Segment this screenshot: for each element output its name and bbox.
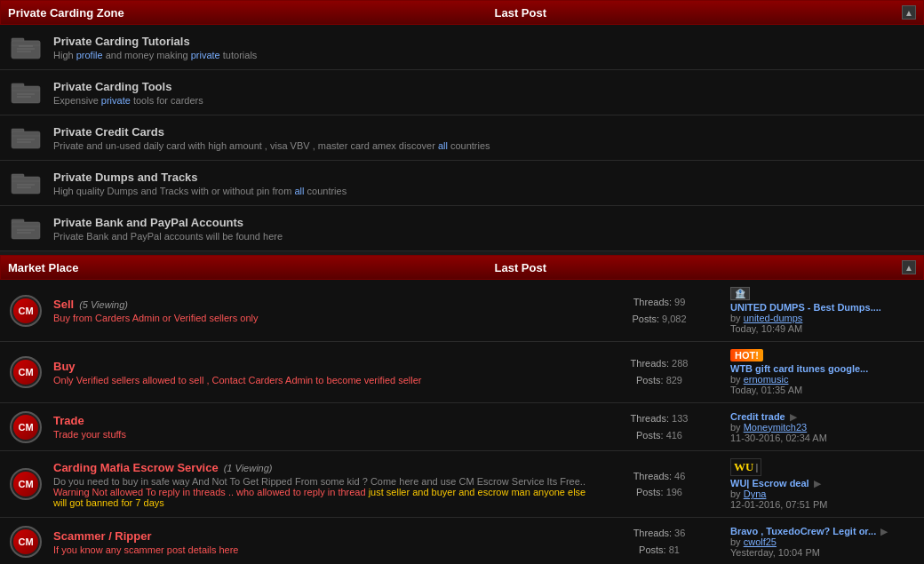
lastpost-link-trade[interactable]: Credit trade ▶	[730, 411, 908, 422]
forum-desc-tools: Expensive private tools for carders	[53, 95, 917, 106]
market-desc-scammer: If you know any scammer post details her…	[53, 544, 597, 555]
forum-info-creditcards: Private Credit Cards Private and un-used…	[53, 125, 917, 151]
market-lastpost-sell: 🏦 UNITED DUMPS - Best Dumps.... by unite…	[721, 287, 917, 334]
forum-desc-dumps: High quality Dumps and Tracks with or wi…	[53, 186, 917, 196]
market-row-trade: CM Trade Trade your stuffs Threads: 133 …	[0, 403, 924, 451]
hot-badge: HOT!	[730, 349, 763, 361]
forum-title-tools[interactable]: Private Carding Tools	[53, 80, 171, 93]
avatar-escrow: CM	[10, 468, 42, 500]
marketplace-title: Market Place	[8, 261, 79, 274]
market-stats-buy: Threads: 288 Posts: 829	[597, 355, 721, 388]
forum-title-creditcards[interactable]: Private Credit Cards	[53, 125, 164, 139]
collapse-btn-1[interactable]: ▲	[902, 5, 916, 20]
market-desc-sell: Buy from Carders Admin or Verified selle…	[53, 313, 597, 323]
market-stats-sell: Threads: 99 Posts: 9,082	[597, 294, 721, 327]
avatar-sell: CM	[10, 295, 42, 327]
market-lastpost-trade: Credit trade ▶ by Moneymitch23 11-30-201…	[721, 411, 917, 443]
forum-info-bank: Private Bank and PayPal Accounts Private…	[53, 216, 917, 242]
lastpost-time-buy: Today, 01:35 AM	[730, 385, 917, 395]
private-carding-zone-header: Private Carding Zone Last Post ▲	[0, 0, 924, 25]
lastpost-user-escrow[interactable]: Dyna	[744, 489, 767, 499]
forum-row-tutorials: Private Carding Tutorials High profile a…	[0, 25, 924, 70]
marketplace-header: Market Place Last Post ▲	[0, 255, 924, 280]
market-title-escrow[interactable]: Carding Mafia Escrow Service	[53, 461, 219, 474]
lastpost-link-scammer[interactable]: Bravo , TuxedoCrew? Legit or... ▶	[730, 526, 908, 536]
forum-desc-tutorials: High profile and money making private tu…	[53, 50, 917, 60]
market-title-trade[interactable]: Trade	[53, 414, 84, 427]
market-info-buy: Buy Only Verified sellers allowed to sel…	[53, 360, 597, 385]
section-title: Private Carding Zone	[8, 6, 124, 20]
market-title-scammer[interactable]: Scammer / Ripper	[53, 529, 152, 543]
goto-icon-scammer: ▶	[880, 527, 888, 536]
goto-icon-trade: ▶	[790, 412, 797, 422]
lastpost-user-sell[interactable]: united-dumps	[744, 313, 803, 323]
forum-row-creditcards: Private Credit Cards Private and un-used…	[0, 115, 924, 161]
forum-icon-dumps	[7, 170, 44, 196]
forum-desc-creditcards: Private and un-used daily card with high…	[53, 140, 917, 151]
lastpost-user-scammer[interactable]: cwolf25	[744, 536, 777, 547]
market-info-trade: Trade Trade your stuffs	[53, 414, 597, 440]
market-desc-trade: Trade your stuffs	[53, 429, 597, 440]
forum-icon-tools	[7, 79, 44, 106]
market-viewing-sell: (5 Viewing)	[79, 299, 128, 310]
forum-row-tools: Private Carding Tools Expensive private …	[0, 70, 924, 115]
market-icon-trade: CM	[7, 411, 44, 443]
collapse-btn-2[interactable]: ▲	[902, 260, 916, 274]
lastpost-link-buy[interactable]: WTB gift card itunes google...	[730, 363, 908, 374]
market-title-sell[interactable]: Sell	[53, 298, 74, 311]
market-lastpost-escrow: WU| WU| Escrow deal ▶ by Dyna 12-01-2016…	[721, 458, 917, 510]
market-lastpost-buy: HOT! WTB gift card itunes google... by e…	[721, 349, 917, 395]
forum-info-tools: Private Carding Tools Expensive private …	[53, 80, 917, 106]
avatar-buy: CM	[10, 356, 42, 388]
marketplace-section: Market Place Last Post ▲ CM Sell (5 View…	[0, 255, 924, 564]
market-lastpost-scammer: Bravo , TuxedoCrew? Legit or... ▶ by cwo…	[721, 526, 917, 558]
market-row-escrow: CM Carding Mafia Escrow Service (1 Viewi…	[0, 451, 924, 518]
market-icon-buy: CM	[7, 356, 44, 388]
market-stats-escrow: Threads: 46 Posts: 196	[597, 468, 721, 501]
market-icon-scammer: CM	[7, 526, 44, 558]
wu-badge: WU|	[730, 458, 761, 476]
market-info-escrow: Carding Mafia Escrow Service (1 Viewing)…	[53, 461, 597, 508]
market-viewing-escrow: (1 Viewing)	[224, 463, 273, 473]
lastpost-link-sell[interactable]: UNITED DUMPS - Best Dumps....	[730, 302, 908, 313]
lastpost-time-scammer: Yesterday, 10:04 PM	[730, 547, 917, 558]
forum-info-tutorials: Private Carding Tutorials High profile a…	[53, 35, 917, 60]
market-row-sell: CM Sell (5 Viewing) Buy from Carders Adm…	[0, 280, 924, 342]
forum-desc-bank: Private Bank and PayPal accounts will be…	[53, 231, 917, 242]
forum-title-dumps[interactable]: Private Dumps and Tracks	[53, 171, 198, 184]
lastpost-time-escrow: 12-01-2016, 07:51 PM	[730, 499, 917, 510]
forum-title-tutorials[interactable]: Private Carding Tutorials	[53, 35, 190, 48]
market-info-sell: Sell (5 Viewing) Buy from Carders Admin …	[53, 298, 597, 323]
market-row-buy: CM Buy Only Verified sellers allowed to …	[0, 342, 924, 403]
market-desc-escrow: Do you need to buy in safe way And Not T…	[53, 476, 597, 508]
forum-row-bank: Private Bank and PayPal Accounts Private…	[0, 206, 924, 251]
market-info-scammer: Scammer / Ripper If you know any scammer…	[53, 529, 597, 555]
market-icon-escrow: CM	[7, 468, 44, 500]
avatar-trade: CM	[10, 411, 42, 443]
lastpost-time-sell: Today, 10:49 AM	[730, 323, 917, 334]
forum-info-dumps: Private Dumps and Tracks High quality Du…	[53, 171, 917, 196]
market-desc-buy: Only Verified sellers allowed to sell , …	[53, 375, 597, 385]
market-row-scammer: CM Scammer / Ripper If you know any scam…	[0, 518, 924, 564]
lastpost-user-trade[interactable]: Moneymitch23	[744, 422, 808, 433]
forum-icon-creditcards	[7, 124, 44, 151]
forum-title-bank[interactable]: Private Bank and PayPal Accounts	[53, 216, 243, 229]
goto-icon-escrow: ▶	[814, 479, 821, 489]
forum-row-dumps: Private Dumps and Tracks High quality Du…	[0, 161, 924, 206]
forum-icon-bank	[7, 215, 44, 242]
market-stats-trade: Threads: 133 Posts: 416	[597, 410, 721, 443]
market-stats-scammer: Threads: 36 Posts: 81	[597, 525, 721, 558]
forum-icon-tutorials	[7, 34, 44, 60]
market-icon-sell: CM	[7, 295, 44, 327]
last-post-label-1: Last Post	[494, 6, 546, 20]
avatar-scammer: CM	[10, 526, 42, 558]
lastpost-link-escrow[interactable]: WU| Escrow deal ▶	[730, 478, 908, 489]
private-carding-zone-section: Private Carding Zone Last Post ▲ Private…	[0, 0, 924, 251]
lastpost-time-trade: 11-30-2016, 02:34 AM	[730, 433, 917, 443]
last-post-label-2: Last Post	[494, 261, 546, 274]
market-title-buy[interactable]: Buy	[53, 360, 76, 373]
lastpost-user-buy[interactable]: ernomusic	[744, 374, 789, 385]
